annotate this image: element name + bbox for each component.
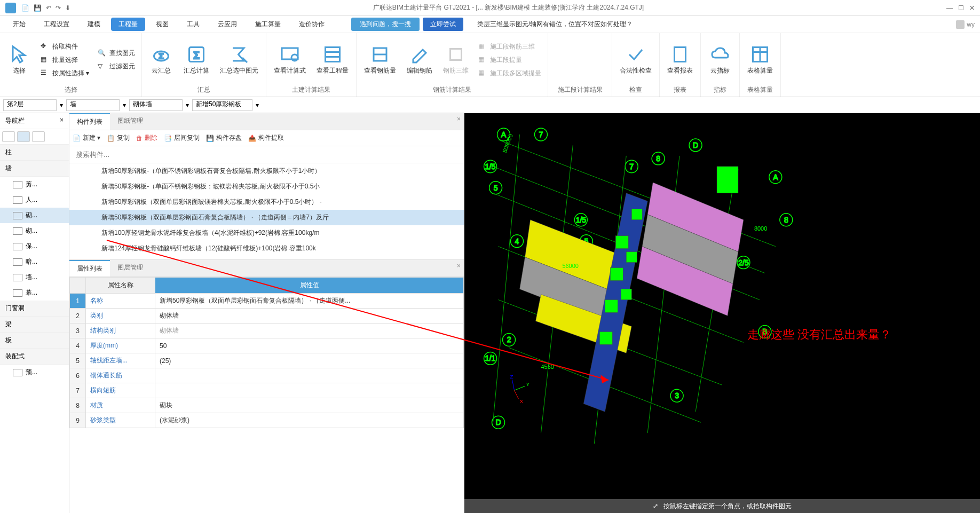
property-row[interactable]: 2类别砌体墙 <box>70 309 464 323</box>
select-by-prop-button[interactable]: ☰按属性选择 ▾ <box>37 68 92 79</box>
tab-drawing-manage[interactable]: 图纸管理 <box>110 113 151 130</box>
nav-item-wall[interactable]: 暗... <box>0 254 69 270</box>
nav-item-wall[interactable]: 剪... <box>0 177 69 192</box>
nav-section-beam[interactable]: 梁 <box>0 317 69 333</box>
validity-check-button[interactable]: 合法性检查 <box>615 35 656 84</box>
tab-modeling[interactable]: 建模 <box>80 18 108 31</box>
property-row[interactable]: 8材质砌块 <box>70 398 464 413</box>
component-select[interactable]: 新增50厚彩钢板 <box>192 99 252 111</box>
component-row[interactable]: 新增50厚彩钢板-（单面不锈钢彩钢板：玻镁岩棉夹芯板,耐火极限不小于0.5小 <box>69 179 464 194</box>
summary-selected-button[interactable]: 汇总选中图元 <box>216 35 263 84</box>
view-rebar-button[interactable]: 查看钢筋量 <box>360 35 400 84</box>
component-row[interactable]: 新增50厚彩钢板（双面单层彩钢面玻镁岩棉夹芯板,耐火极限不小于0.5小时） - <box>69 194 464 210</box>
rebar-3d-button[interactable]: 钢筋三维 <box>439 35 473 84</box>
extract-component-button[interactable]: 📤 构件提取 <box>248 133 284 143</box>
try-now-button[interactable]: 立即尝试 <box>423 18 463 31</box>
pick-component-button[interactable]: ✥拾取构件 <box>37 41 92 52</box>
nav-item-prefab[interactable]: 预... <box>0 365 69 380</box>
tab-project-settings[interactable]: 工程设置 <box>36 18 77 31</box>
component-row[interactable]: 新增50厚彩钢板-（单面不锈钢彩钢板石膏复合板隔墙,耐火极限不小于1小时） <box>69 163 464 179</box>
component-row[interactable]: 新增50厚彩钢板（双面单层彩钢面石膏复合板隔墙） · （走道两侧＝内墙7）及斤 <box>69 210 464 225</box>
nav-item-wall[interactable]: 幕... <box>0 285 69 301</box>
component-row[interactable]: 新增124厚轻钢龙骨硅酸钙纤维板墙（12(硅酸钙纤维板)+100(岩棉 容重10… <box>69 241 464 256</box>
select-button[interactable]: 选择 <box>3 35 35 84</box>
tab-construction[interactable]: 施工算量 <box>248 18 288 31</box>
3d-model-view[interactable]: A 7 7 8 D A 8 1/5 5 4 2 1/1 D 1/5 5 3 2/ <box>464 113 980 513</box>
tab-start[interactable]: 开始 <box>5 18 33 31</box>
property-row[interactable]: 7横向短筋 <box>70 383 464 398</box>
search-hint-button[interactable]: 遇到问题，搜一搜 <box>351 18 420 31</box>
tab-tools[interactable]: 工具 <box>179 18 207 31</box>
svg-text:3: 3 <box>675 391 679 400</box>
cloud-indicator-button[interactable]: 云指标 <box>704 35 736 84</box>
construct-rebar-3d-button[interactable]: ▦施工段钢筋三维 <box>475 41 544 52</box>
property-row[interactable]: 9砂浆类型(水泥砂浆) <box>70 413 464 428</box>
nav-item-wall[interactable]: 墙... <box>0 270 69 285</box>
property-row[interactable]: 5轴线距左墙...(25) <box>70 353 464 368</box>
edit-rebar-button[interactable]: 编辑钢筋 <box>402 35 437 84</box>
close-button[interactable]: ✕ <box>969 4 975 12</box>
qat-btn[interactable]: 💾 <box>34 4 42 12</box>
nav-item-wall[interactable]: 砌... <box>0 223 69 239</box>
category-select[interactable]: 墙 <box>66 99 120 111</box>
nav-item-wall[interactable]: 人... <box>0 192 69 208</box>
nav-view-btn[interactable] <box>32 131 45 142</box>
property-row[interactable]: 6砌体通长筋 <box>70 368 464 383</box>
nav-section-wall[interactable]: 墙 <box>0 161 69 177</box>
tab-view[interactable]: 视图 <box>148 18 176 31</box>
nav-section-door[interactable]: 门窗洞 <box>0 301 69 317</box>
construct-quantity-button[interactable]: ▦施工段提量 <box>475 54 544 66</box>
tab-cost-collab[interactable]: 造价协作 <box>291 18 332 31</box>
tab-cloud-app[interactable]: 云应用 <box>210 18 244 31</box>
3d-viewport[interactable]: A 7 7 8 D A 8 1/5 5 4 2 1/1 D 1/5 5 3 2/ <box>464 113 980 513</box>
nav-view-btn[interactable] <box>2 131 15 142</box>
tab-component-list[interactable]: 构件列表 <box>69 113 110 130</box>
filter-element-button[interactable]: ▽过滤图元 <box>94 61 138 72</box>
svg-text:5: 5 <box>494 184 498 192</box>
component-row[interactable]: 新增100厚轻钢龙骨水泥纤维复合板墙（4(水泥纤维板)+92(岩棉,容重100k… <box>69 225 464 241</box>
search-input[interactable] <box>74 148 460 161</box>
type-select[interactable]: 砌体墙 <box>129 99 183 111</box>
formula-icon <box>280 45 299 64</box>
expand-icon[interactable]: ⤢ <box>653 502 658 510</box>
delete-button[interactable]: 🗑 删除 <box>136 133 157 143</box>
view-report-button[interactable]: 查看报表 <box>663 35 697 84</box>
close-icon[interactable]: × <box>457 115 461 123</box>
batch-select-button[interactable]: ▦批量选择 <box>37 54 92 66</box>
summary-calc-button[interactable]: Σ汇总计算 <box>179 35 214 84</box>
nav-section-prefab[interactable]: 装配式 <box>0 349 69 365</box>
new-button[interactable]: 📄 新建 ▾ <box>73 133 100 143</box>
nav-section-slab[interactable]: 板 <box>0 333 69 349</box>
nav-view-btn[interactable] <box>17 131 30 142</box>
close-icon[interactable]: × <box>60 116 64 125</box>
help-question-text[interactable]: 类层三维显示图元/轴网有错位，位置不对应如何处理？ <box>477 20 633 29</box>
svg-text:8: 8 <box>784 216 788 224</box>
nav-item-wall[interactable]: 砌... <box>0 208 69 223</box>
property-row[interactable]: 1名称新增50厚彩钢板（双面单层彩钢面石膏复合板隔墙） · （走道两侧... <box>70 294 464 309</box>
qat-btn[interactable]: 📄 <box>21 4 29 12</box>
maximize-button[interactable]: ☐ <box>958 4 964 12</box>
tab-quantity[interactable]: 工程量 <box>111 18 145 31</box>
save-component-button[interactable]: 💾 构件存盘 <box>206 133 242 143</box>
qat-btn[interactable]: ⬇ <box>65 4 70 12</box>
property-row[interactable]: 3结构类别砌体墙 <box>70 323 464 338</box>
nav-section-column[interactable]: 柱 <box>0 145 69 161</box>
tab-layer-manage[interactable]: 图层管理 <box>110 260 151 277</box>
qat-btn[interactable]: ↷ <box>56 4 61 12</box>
cloud-summary-button[interactable]: Σ云汇总 <box>145 35 177 84</box>
property-row[interactable]: 4厚度(mm)50 <box>70 338 464 353</box>
view-quantity-button[interactable]: 查看工程量 <box>312 35 353 84</box>
close-icon[interactable]: × <box>457 262 461 270</box>
find-element-button[interactable]: 🔍查找图元 <box>94 48 138 59</box>
floor-select[interactable]: 第2层 <box>3 99 57 111</box>
copy-button[interactable]: 📋 复制 <box>107 133 130 143</box>
nav-item-wall[interactable]: 保... <box>0 239 69 254</box>
user-badge[interactable]: wy <box>956 20 975 29</box>
qat-btn[interactable]: ↶ <box>46 4 51 12</box>
tab-property-list[interactable]: 属性列表 <box>69 260 110 277</box>
floor-copy-button[interactable]: 📑 层间复制 <box>164 133 200 143</box>
table-quantity-button[interactable]: 表格算量 <box>743 35 777 84</box>
minimize-button[interactable]: — <box>946 4 953 12</box>
view-formula-button[interactable]: 查看计算式 <box>270 35 310 84</box>
construct-multi-button[interactable]: ▦施工段多区域提量 <box>475 68 544 79</box>
